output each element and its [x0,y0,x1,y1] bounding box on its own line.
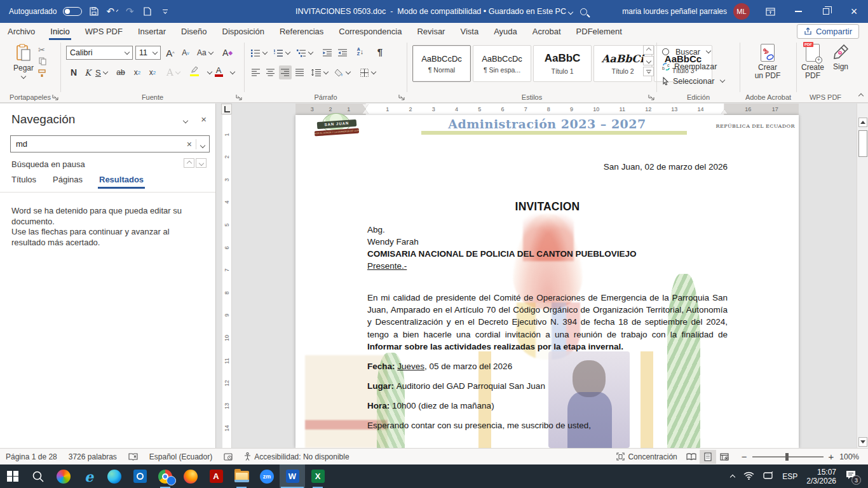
nav-next-result-button[interactable] [196,158,207,168]
increase-indent-button[interactable] [336,46,349,60]
tab-referencias[interactable]: Referencias [272,23,331,40]
copilot-button[interactable] [51,464,76,488]
tab-pdfelement[interactable]: PDFelement [569,23,630,40]
clipboard-dialog-launcher[interactable] [52,94,58,100]
right-indent-marker[interactable] [721,109,728,114]
clear-formatting-button[interactable]: A◆ [221,46,234,60]
nav-tab-paginas[interactable]: Páginas [53,175,83,189]
wps-sign-button[interactable]: Sign [829,44,853,71]
language-tray[interactable]: ESP [782,472,797,481]
word-count[interactable]: 3726 palabras [63,449,123,464]
restore-button[interactable] [812,0,840,23]
minimize-button[interactable] [784,0,812,23]
styles-gallery-expand[interactable] [643,67,654,76]
multilevel-list-button[interactable] [295,46,314,60]
format-painter-icon[interactable] [38,69,46,79]
wps-create-pdf-button[interactable]: PDF + CreatePDF [798,44,827,80]
new-doc-icon[interactable] [142,6,153,17]
select-button[interactable]: Seleccionar [662,74,724,88]
zoom-slider[interactable] [752,456,824,458]
tab-disposicion[interactable]: Disposición [215,23,272,40]
chrome-button[interactable] [153,464,178,488]
highlight-button[interactable] [188,64,201,78]
line-spacing-button[interactable] [310,65,329,79]
style-normal[interactable]: AaBbCcDc¶ Normal [412,45,471,82]
align-right-button[interactable] [279,65,292,79]
save-icon[interactable] [88,6,100,17]
document-body[interactable]: San Juan, 02 de marzo del 2026 INVITACIO… [367,115,728,448]
zoom-in-button[interactable]: + [829,451,834,462]
clock[interactable]: 15:072/3/2026 [806,468,836,485]
vertical-ruler[interactable]: 1234567891011121314 [222,115,232,448]
user-name[interactable]: maria lourdes peñafiel parrales [622,7,727,16]
paste-button[interactable]: Pegar [9,44,38,78]
numbering-button[interactable] [273,46,291,60]
zoom-slider-thumb[interactable] [785,453,789,461]
shrink-font-button[interactable]: Av [179,46,192,60]
align-left-button[interactable] [250,65,262,79]
first-line-indent-marker[interactable] [362,104,369,109]
nav-tab-resultados[interactable]: Resultados [99,175,144,189]
tab-diseno[interactable]: Diseño [173,23,214,40]
nav-tab-titulos[interactable]: Títulos [11,175,36,189]
styles-dialog-launcher[interactable] [648,94,654,100]
firefox-button[interactable] [178,464,203,488]
tab-archivo[interactable]: Archivo [0,23,43,40]
nav-prev-result-button[interactable] [184,158,194,168]
highlight-dropdown[interactable] [207,69,212,74]
start-button[interactable] [0,464,25,488]
shading-button[interactable] [334,65,351,79]
internet-explorer-button[interactable]: e [76,464,102,488]
font-name-select[interactable]: Calibri [66,46,133,60]
show-marks-button[interactable]: ¶ [374,44,386,58]
paragraph-dialog-launcher[interactable] [398,94,405,100]
scroll-up-button[interactable] [858,118,867,127]
nav-search-input[interactable] [11,139,183,149]
align-center-button[interactable] [264,65,277,79]
tab-wps-pdf[interactable]: WPS PDF [78,23,130,40]
change-case-button[interactable]: Aa [196,46,214,60]
tab-ayuda[interactable]: Ayuda [486,23,525,40]
styles-scroll-up[interactable] [643,45,654,55]
italic-button[interactable]: K [81,65,94,79]
tab-correspondencia[interactable]: Correspondencia [331,23,409,40]
font-dialog-launcher[interactable] [236,94,242,100]
ribbon-display-options-icon[interactable] [756,0,784,23]
tray-expand-icon[interactable] [731,472,735,481]
font-color-dropdown[interactable] [230,69,235,74]
hanging-indent-marker[interactable] [362,109,369,114]
collapse-ribbon-icon[interactable] [859,91,863,100]
underline-button[interactable]: S [94,65,109,79]
focus-mode-button[interactable]: Concentración [611,449,682,464]
excel-button[interactable]: X [305,464,330,488]
accessibility-status[interactable]: Accesibilidad: No disponible [238,449,355,464]
superscript-button[interactable]: x2 [146,65,159,79]
tab-insertar[interactable]: Insertar [130,23,173,40]
borders-button[interactable] [359,65,377,79]
copy-icon[interactable] [39,57,46,67]
tab-vista[interactable]: Vista [452,23,486,40]
justify-button[interactable] [294,65,306,79]
tab-inicio[interactable]: Inicio [43,23,77,40]
edge-button[interactable] [102,464,127,488]
font-size-select[interactable]: 11 [135,46,161,60]
read-mode-button[interactable] [683,450,700,464]
nav-close-icon[interactable]: × [201,114,207,125]
nav-collapse-icon[interactable] [184,114,187,125]
style-heading1[interactable]: AaBbCTítulo 1 [533,45,592,82]
bold-button[interactable]: N [67,65,80,79]
avatar[interactable]: ML [733,3,750,20]
tab-selector[interactable] [221,104,232,114]
sort-button[interactable]: AZ↓ [354,44,367,58]
web-layout-button[interactable] [716,450,733,464]
notification-button[interactable]: 3 [845,470,857,482]
styles-scroll-down[interactable] [643,56,654,65]
outlook-button[interactable] [127,464,153,488]
customize-qat-icon[interactable] [159,6,171,17]
saved-location[interactable]: Guardado en Este PC [489,7,566,16]
vertical-scrollbar[interactable] [857,104,868,448]
bullets-button[interactable] [250,46,268,60]
zoom-level[interactable]: 100% [834,449,868,464]
taskbar-search-button[interactable] [25,464,51,488]
scroll-down-button[interactable] [858,437,867,447]
